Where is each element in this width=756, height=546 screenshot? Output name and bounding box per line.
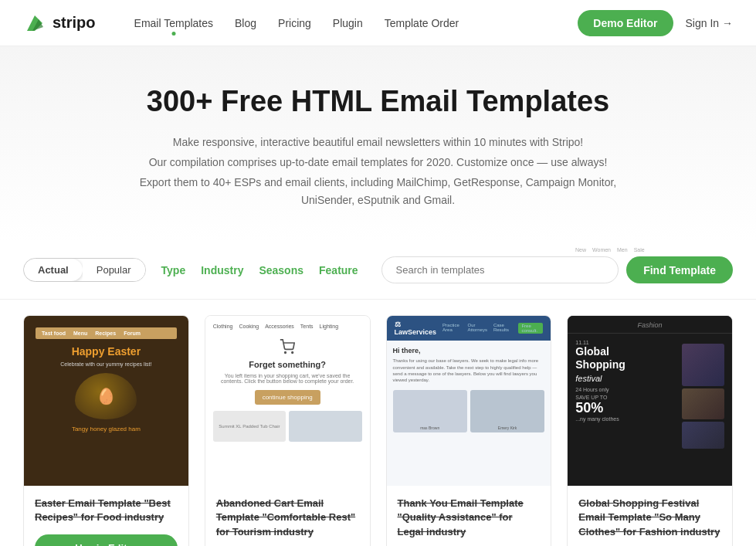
card-easter: Tast food Menu Recipes Forum Happy Easte… (23, 315, 189, 546)
toggle-actual[interactable]: Actual (24, 259, 83, 281)
toggle-group: Actual Popular (23, 258, 146, 282)
card-easter-use-button[interactable]: Use in Editor (35, 534, 178, 546)
nav-pricing[interactable]: Pricing (278, 17, 311, 29)
card-legal-title: Thank You Email Template "Quality Assist… (398, 497, 541, 539)
nav-plugin[interactable]: Plugin (333, 17, 363, 29)
card-cart-title: Abandoned Cart Email Template "Comfortab… (216, 497, 359, 539)
card-cart-header: Clothing Cooking Accessories Tents Light… (213, 324, 362, 329)
find-template-button[interactable]: Find Template (626, 256, 733, 283)
card-easter-image: 🥚 (75, 373, 137, 419)
sign-in-link[interactable]: Sign In → (686, 17, 733, 29)
hero-desc1: Make responsive, interactive beautiful e… (116, 134, 641, 152)
card-legal-body: Thank You Email Template "Quality Assist… (387, 486, 551, 546)
card-cart: Clothing Cooking Accessories Tents Light… (205, 315, 371, 546)
svg-point-3 (292, 352, 293, 354)
card-easter-header: Tast food Menu Recipes Forum (36, 327, 177, 339)
card-legal-header: ⚖ LawServices Practice Area Our Attorney… (387, 316, 551, 341)
nav-links: Email Templates Blog Pricing Plugin Temp… (134, 17, 578, 29)
card-legal: ⚖ LawServices Practice Area Our Attorney… (386, 315, 552, 546)
card-easter-footer: Tangy honey glazed ham (72, 426, 141, 432)
demo-editor-button[interactable]: Demo Editor (578, 10, 673, 36)
hero-desc3: Export them to 40+ ESPs and email client… (116, 174, 641, 211)
navbar: stripo Email Templates Blog Pricing Plug… (0, 0, 756, 46)
card-easter-preview: Tast food Menu Recipes Forum Happy Easte… (24, 316, 188, 486)
card-cart-sub: You left items in your shopping cart, we… (213, 373, 362, 384)
search-input[interactable] (381, 256, 619, 283)
card-cart-products: Summit XL Padded Tub Chair (213, 411, 362, 442)
logo-text: stripo (53, 14, 96, 32)
card-fashion-preview: Fashion New Women Men Sale 11.11 GlobalS… (568, 316, 732, 486)
filter-seasons[interactable]: Seasons (259, 264, 303, 276)
filter-feature[interactable]: Feature (319, 264, 358, 276)
card-fashion-header: Fashion New Women Men Sale (568, 316, 732, 334)
cards-grid: Tast food Menu Recipes Forum Happy Easte… (0, 300, 756, 546)
filter-links: Type Industry Seasons Feature (161, 264, 358, 276)
filter-industry[interactable]: Industry (201, 264, 243, 276)
card-cart-preview: Clothing Cooking Accessories Tents Light… (205, 316, 370, 486)
hero-title: 300+ Free HTML Email Templates (15, 85, 741, 118)
card-fashion: Fashion New Women Men Sale 11.11 GlobalS… (567, 315, 733, 546)
svg-point-2 (285, 352, 286, 354)
card-legal-preview: ⚖ LawServices Practice Area Our Attorney… (387, 316, 551, 486)
logo[interactable]: stripo (23, 12, 96, 35)
logo-icon (23, 12, 46, 35)
card-legal-body-inner: Hi there, Thanks for using our base of l… (387, 341, 551, 439)
card-fashion-body: Global Shopping Festival Email Template … (568, 486, 732, 546)
card-cart-cta: continue shopping (255, 390, 320, 405)
hero-desc2: Our compilation comprises up-to-date ema… (116, 154, 641, 172)
nav-right: Demo Editor Sign In → (578, 10, 733, 36)
search-area: Find Template (381, 256, 733, 283)
card-easter-sub: Celebrate with our yummy recipes list! (60, 361, 151, 367)
card-easter-body: Easter Email Template "Best Recipes" for… (24, 486, 188, 546)
card-easter-headline: Happy Easter (72, 345, 141, 358)
nav-email-templates[interactable]: Email Templates (134, 17, 213, 29)
hero-section: 300+ Free HTML Email Templates Make resp… (0, 46, 756, 241)
card-easter-title: Easter Email Template "Best Recipes" for… (35, 497, 178, 524)
card-cart-headline: Forget something? (213, 360, 362, 369)
card-legal-people: mas Brown Emery Kirk (393, 390, 545, 432)
toggle-popular[interactable]: Popular (83, 259, 145, 281)
nav-template-order[interactable]: Template Order (385, 17, 459, 29)
nav-blog[interactable]: Blog (235, 17, 256, 29)
card-cart-body: Abandoned Cart Email Template "Comfortab… (205, 486, 370, 546)
card-fashion-title: Global Shopping Festival Email Template … (578, 497, 721, 539)
cart-icon (280, 339, 295, 354)
filter-type[interactable]: Type (161, 264, 186, 276)
